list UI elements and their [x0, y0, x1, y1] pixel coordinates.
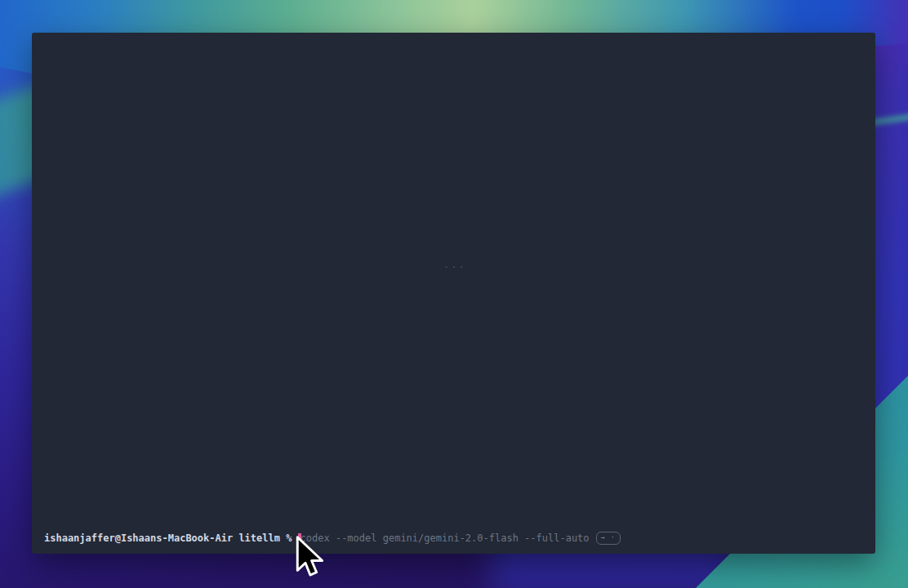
- terminal-window[interactable]: ··· ishaanjaffer@Ishaans-MacBook-Air lit…: [32, 33, 875, 554]
- autosuggestion-hint-badge: → ·: [596, 532, 621, 545]
- terminal-prompt-line: ishaanjaffer@Ishaans-MacBook-Air litellm…: [44, 532, 621, 545]
- prompt-symbol: %: [286, 532, 292, 545]
- prompt-directory: litellm: [238, 532, 280, 545]
- prompt-user-host: ishaanjaffer@Ishaans-MacBook-Air: [44, 532, 233, 545]
- autosuggestion-text: codex --model gemini/gemini-2.0-flash --…: [300, 532, 590, 545]
- terminal-center-ellipsis: ···: [443, 261, 466, 273]
